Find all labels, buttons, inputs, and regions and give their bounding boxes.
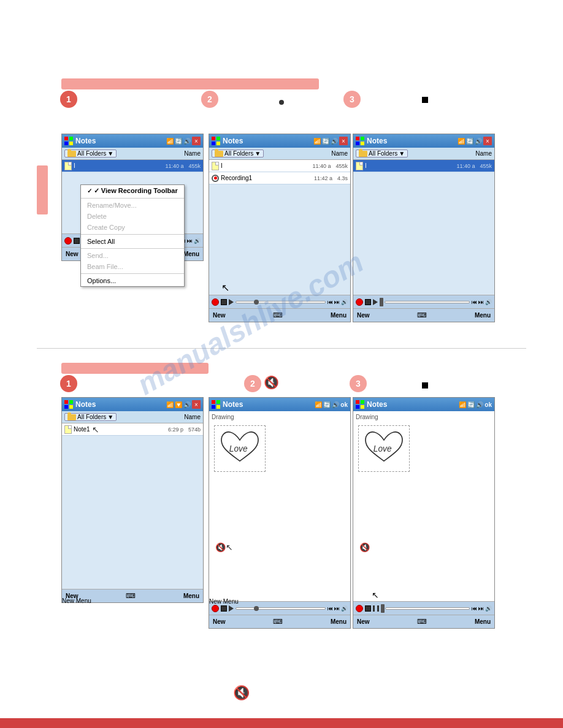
skip-back-icon[interactable]: ⏮ — [327, 605, 333, 612]
all-folders-button[interactable]: All Folders ▼ — [356, 150, 408, 157]
step2-circle: 2 — [201, 91, 218, 108]
section2-bar — [61, 363, 209, 374]
new-button[interactable]: New — [357, 618, 370, 625]
skip-back-icon[interactable]: ⏮ — [472, 605, 477, 612]
new-button[interactable]: New — [213, 618, 226, 625]
close-button[interactable]: × — [339, 137, 348, 145]
filter-icon: 🔽 — [175, 401, 182, 408]
titlebar-icons: 📶 🔄 🔊 × — [313, 137, 348, 145]
menu-rename-move: Rename/Move... — [81, 200, 184, 211]
menu-button[interactable]: Menu — [331, 618, 347, 625]
menu-button[interactable]: Menu — [475, 312, 491, 319]
all-folders-button[interactable]: All Folders ▼ — [64, 413, 117, 421]
slider-handle — [380, 298, 383, 306]
track-bar — [236, 607, 326, 610]
antenna-icon: 📶 — [315, 401, 322, 408]
dropdown-arrow: ▼ — [399, 150, 405, 157]
dropdown-arrow: ▼ — [107, 414, 113, 420]
play-button[interactable] — [373, 299, 378, 305]
folder-label: All Folders — [77, 414, 106, 420]
menu-button[interactable]: Menu — [183, 593, 199, 599]
titlebar-left: Notes — [356, 137, 387, 145]
record-button[interactable] — [356, 605, 363, 612]
row-size: 455k — [188, 163, 201, 169]
record-button[interactable] — [212, 605, 219, 612]
skip-forward-icon[interactable]: ⏭ — [334, 299, 340, 305]
menu-view-recording-toolbar[interactable]: ✓ View Recording Toolbar — [81, 185, 184, 197]
stop-button[interactable] — [74, 238, 80, 244]
record-button[interactable] — [64, 237, 72, 245]
stop-button[interactable] — [221, 299, 227, 305]
close-button[interactable]: × — [192, 400, 201, 409]
row-details: 11:42 a 4.3s — [314, 175, 348, 181]
close-button[interactable]: × — [192, 137, 201, 145]
list-item[interactable]: I 11:40 a 455k — [209, 160, 350, 172]
row-name: Recording1 — [212, 175, 252, 182]
new-button[interactable]: New — [213, 312, 226, 319]
stop-button[interactable] — [365, 299, 371, 305]
stop-button[interactable] — [365, 605, 371, 612]
track-bar — [236, 301, 326, 303]
row-name: I — [212, 162, 223, 170]
list-item[interactable]: I 11:40 a 455k — [62, 160, 203, 172]
record-button[interactable] — [356, 298, 363, 306]
sync-icon: 🔄 — [466, 138, 473, 145]
close-button[interactable]: × — [483, 137, 492, 145]
new-button[interactable]: New — [66, 251, 79, 257]
file-list: Note1 ↖ 6:29 p 574b — [62, 423, 203, 589]
window-title: Notes — [223, 137, 243, 145]
play-button[interactable] — [229, 605, 234, 612]
sync-icon: 🔄 — [322, 138, 329, 145]
list-item[interactable]: I 11:40 a 455k — [353, 160, 494, 172]
skip-back-icon[interactable]: ⏮ — [472, 299, 477, 305]
pause-button[interactable] — [373, 605, 379, 612]
skip-forward-icon[interactable]: ⏭ — [478, 299, 484, 305]
speaker-icon-section2: 🔇 — [264, 375, 279, 390]
row-time: 11:42 a — [314, 175, 332, 181]
antenna-icon: 📶 — [458, 138, 465, 145]
record-button[interactable] — [212, 298, 219, 306]
ok-button[interactable]: ok — [340, 401, 348, 408]
titlebar-left: Notes — [356, 400, 387, 409]
all-folders-button[interactable]: All Folders ▼ — [212, 150, 264, 157]
track-thumb — [254, 300, 259, 305]
recording-icon — [212, 175, 219, 182]
volume-icon: 🔊 — [341, 605, 348, 612]
folder-toolbar: All Folders ▼ Name — [209, 148, 350, 160]
speaker-icon: 🔊 — [183, 401, 191, 408]
window-title: Notes — [367, 137, 387, 145]
folder-label: All Folders — [77, 150, 106, 157]
list-item[interactable]: Note1 ↖ 6:29 p 574b — [62, 423, 203, 436]
skip-forward-icon[interactable]: ⏭ — [187, 238, 193, 244]
play-button[interactable] — [229, 299, 234, 305]
ok-button[interactable]: ok — [484, 401, 492, 408]
track-bar — [385, 301, 470, 303]
windows-logo — [64, 400, 73, 409]
skip-forward-icon[interactable]: ⏭ — [334, 605, 340, 612]
titlebar-icons: 📶 🔄 🔊 × — [166, 137, 201, 145]
menu-button[interactable]: Menu — [331, 312, 347, 319]
all-folders-button[interactable]: All Folders ▼ — [64, 150, 117, 157]
skip-forward-icon[interactable]: ⏭ — [478, 605, 484, 612]
menu-button[interactable]: Menu — [475, 618, 491, 625]
titlebar-icons: 📶 🔄 🔊 × — [458, 137, 492, 145]
windows-logo — [356, 400, 364, 409]
divider-line — [37, 348, 526, 349]
menu-button[interactable]: Menu — [183, 251, 199, 257]
skip-back-icon[interactable]: ⏮ — [327, 299, 333, 305]
pda-window-bottom-right: Notes 📶 🔄 🔊 ok Drawing Love 🔇 — [353, 397, 495, 629]
drawing-box: Love — [214, 425, 266, 472]
speaker-icon: 🔊 — [332, 401, 339, 408]
stop-button[interactable] — [221, 605, 227, 612]
row-filename: I — [221, 162, 223, 169]
titlebar-left: Notes — [212, 400, 243, 409]
list-item[interactable]: Recording1 11:42 a 4.3s — [209, 172, 350, 184]
menu-options[interactable]: Options... — [81, 275, 184, 286]
recording-bar-top-right: ⏮ ⏭ 🔊 — [353, 295, 494, 308]
menu-select-all[interactable]: Select All — [81, 236, 184, 247]
menu-separator-4 — [81, 273, 184, 274]
left-pink-tab — [37, 165, 48, 214]
new-button[interactable]: New — [357, 312, 370, 319]
antenna-icon: 📶 — [313, 138, 321, 145]
slider-group — [380, 298, 470, 306]
